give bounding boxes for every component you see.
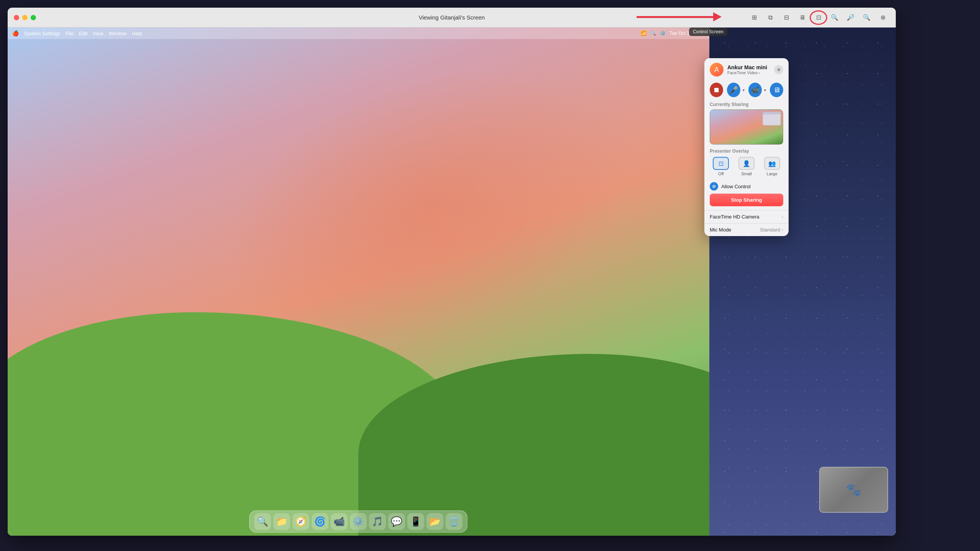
presenter-overlay-section: Presenter Overlay ⊡ Off 👤 Small 👥 Large bbox=[704, 148, 789, 180]
overlay-off-icon: ⊡ bbox=[713, 157, 729, 170]
stop-sharing-button[interactable]: Stop Sharing bbox=[710, 194, 783, 206]
popup-controls: ⏹ 🎤 ▾ 📹 ▾ 🖥 bbox=[704, 80, 789, 100]
toolbar-zoom-in[interactable]: 🔎 bbox=[844, 12, 858, 23]
main-window: Viewing Gitanjali's Screen ⊞ ⧉ ⊟ 🖥 ⊡ 🔍 🔎… bbox=[8, 8, 896, 536]
overlay-small[interactable]: 👤 Small bbox=[735, 157, 758, 176]
arrow-shaft bbox=[637, 16, 713, 18]
mic-mode-value: Standard bbox=[760, 227, 780, 233]
facetime-camera-chevron: › bbox=[782, 214, 783, 220]
presenter-overlay-title: Presenter Overlay bbox=[710, 148, 783, 154]
overlay-large-icon: 👥 bbox=[764, 157, 780, 170]
minimize-button[interactable] bbox=[22, 15, 28, 20]
menu-system-settings[interactable]: System Settings bbox=[24, 31, 60, 36]
popup-close-button[interactable]: ✕ bbox=[774, 65, 783, 74]
search-icon-inner[interactable]: 🔍 bbox=[650, 31, 656, 36]
arrow-head bbox=[713, 12, 722, 21]
overlay-small-label: Small bbox=[741, 171, 752, 176]
mic-mode-chevron: › bbox=[782, 227, 783, 233]
toolbar-zoom-fit[interactable]: 🔍 bbox=[828, 12, 841, 23]
dock-launchpad[interactable]: 📁 bbox=[273, 513, 290, 530]
toolbar-window-btn[interactable]: ⊟ bbox=[779, 12, 793, 23]
subtitle-chevron: › bbox=[758, 70, 760, 75]
control-screen-tooltip: Control Screen bbox=[689, 28, 727, 36]
end-call-button[interactable]: ⏹ bbox=[710, 83, 723, 97]
popup-contact-name: Ankur Mac mini bbox=[727, 64, 770, 70]
inner-menubar: 🍎 System Settings File Edit View Window … bbox=[8, 28, 709, 39]
inner-dock: 🔍 📁 🧭 🌀 📹 ⚙️ 🎵 💬 📱 📂 🗑️ bbox=[249, 510, 467, 533]
inner-menubar-left: 🍎 System Settings File Edit View Window … bbox=[12, 30, 142, 36]
screen-share-button[interactable]: 🖥 bbox=[770, 83, 783, 97]
overlay-off[interactable]: ⊡ Off bbox=[710, 157, 732, 176]
dock-preferences[interactable]: ⚙️ bbox=[350, 513, 367, 530]
dock-trash[interactable]: 🗑️ bbox=[446, 513, 462, 530]
dock-messages[interactable]: 💬 bbox=[388, 513, 405, 530]
facetime-camera-row[interactable]: FaceTime HD Camera › bbox=[704, 210, 789, 223]
video-caret[interactable]: ▾ bbox=[764, 88, 766, 92]
allow-control-row[interactable]: ⊕ Allow Control bbox=[704, 180, 789, 194]
thumb-inner bbox=[763, 112, 781, 125]
allow-control-icon: ⊕ bbox=[710, 182, 718, 191]
menu-file[interactable]: File bbox=[65, 31, 74, 36]
screen-preview[interactable] bbox=[710, 109, 783, 145]
toolbar-split-btn[interactable]: ⧉ bbox=[763, 12, 777, 23]
mic-caret[interactable]: ▾ bbox=[743, 88, 745, 92]
menu-view[interactable]: View bbox=[93, 31, 103, 36]
toolbar-display-btn[interactable]: 🖥 bbox=[795, 12, 809, 23]
camera-preview: 🐾 bbox=[819, 467, 888, 513]
allow-control-label: Allow Control bbox=[721, 184, 751, 189]
window-title: Viewing Gitanjali's Screen bbox=[419, 14, 485, 21]
popup-header: A Ankur Mac mini FaceTime Video › ✕ bbox=[704, 58, 789, 80]
close-button[interactable] bbox=[14, 15, 19, 20]
screen-content: 🍎 System Settings File Edit View Window … bbox=[8, 28, 896, 536]
facetime-popup: A Ankur Mac mini FaceTime Video › ✕ ⏹ 🎤 … bbox=[704, 58, 789, 236]
video-button[interactable]: 📹 bbox=[748, 83, 762, 97]
overlay-small-icon: 👤 bbox=[738, 157, 755, 170]
dock-finder[interactable]: 🔍 bbox=[254, 513, 271, 530]
video-dropdown: ▾ bbox=[766, 88, 766, 92]
arrow-indicator bbox=[637, 12, 722, 21]
menu-help[interactable]: Help bbox=[132, 31, 142, 36]
inner-desktop: 🍎 System Settings File Edit View Window … bbox=[8, 28, 709, 536]
menu-window[interactable]: Window bbox=[109, 31, 126, 36]
facetime-camera-label: FaceTime HD Camera bbox=[710, 214, 780, 220]
apple-icon[interactable]: 🍎 bbox=[12, 30, 19, 36]
toolbar-zoom-out[interactable]: 🔍 bbox=[860, 12, 874, 23]
dock-facetime[interactable]: 📹 bbox=[331, 513, 348, 530]
thumb-content bbox=[763, 114, 781, 125]
popup-avatar: A bbox=[710, 63, 724, 77]
dock-arc[interactable]: 🌀 bbox=[312, 513, 328, 530]
mic-dropdown: ▾ bbox=[744, 88, 745, 92]
overlay-large[interactable]: 👥 Large bbox=[761, 157, 783, 176]
toolbar-grid-btn[interactable]: ⊞ bbox=[747, 12, 761, 23]
mic-mode-label: Mic Mode bbox=[710, 227, 760, 233]
control-screen-btn[interactable]: ⊡ bbox=[812, 12, 825, 23]
wifi-icon: 📶 bbox=[641, 31, 647, 36]
popup-call-type: FaceTime Video › bbox=[727, 70, 770, 75]
maximize-button[interactable] bbox=[31, 15, 36, 20]
camera-feed: 🐾 bbox=[820, 468, 887, 512]
overlay-large-label: Large bbox=[767, 171, 777, 176]
toolbar-zoom-actual[interactable]: ⊕ bbox=[876, 12, 890, 23]
mic-mode-row[interactable]: Mic Mode Standard › bbox=[704, 223, 789, 236]
currently-sharing-label: Currently Sharing bbox=[704, 100, 789, 109]
toolbar: ⊞ ⧉ ⊟ 🖥 ⊡ 🔍 🔎 🔍 ⊕ bbox=[747, 12, 890, 23]
popup-name-area: Ankur Mac mini FaceTime Video › bbox=[727, 64, 770, 75]
menu-edit[interactable]: Edit bbox=[79, 31, 87, 36]
traffic-lights bbox=[14, 15, 36, 20]
dock-music[interactable]: 🎵 bbox=[369, 513, 386, 530]
control-center-icon[interactable]: ⚙️ bbox=[660, 31, 666, 36]
mic-button[interactable]: 🎤 bbox=[727, 83, 740, 97]
title-bar: Viewing Gitanjali's Screen ⊞ ⧉ ⊟ 🖥 ⊡ 🔍 🔎… bbox=[8, 8, 896, 28]
hills-area bbox=[8, 256, 709, 536]
dock-safari[interactable]: 🧭 bbox=[292, 513, 309, 530]
screen-thumbnail bbox=[763, 112, 781, 126]
overlay-options: ⊡ Off 👤 Small 👥 Large bbox=[710, 157, 783, 176]
dock-files[interactable]: 📂 bbox=[426, 513, 443, 530]
dock-iphone[interactable]: 📱 bbox=[407, 513, 424, 530]
overlay-off-label: Off bbox=[718, 171, 724, 176]
